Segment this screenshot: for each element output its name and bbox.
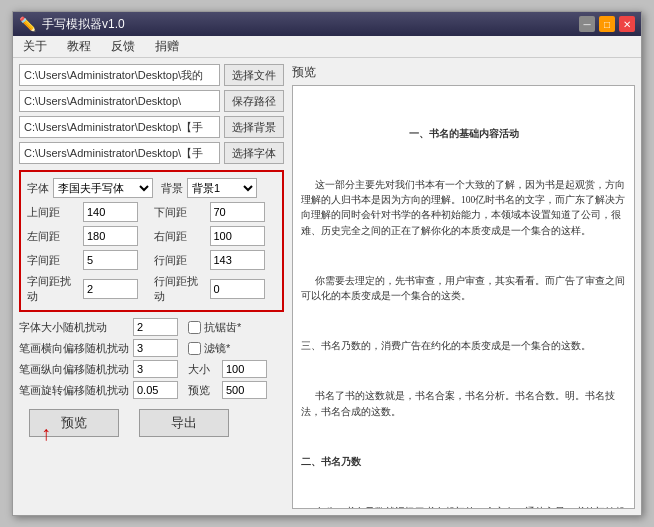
- extra-row-1: 笔画横向偏移随机扰动 滤镜*: [19, 339, 284, 357]
- bottom-margin-input[interactable]: [210, 202, 265, 222]
- extra-label-3: 笔画旋转偏移随机扰动: [19, 383, 129, 398]
- size-label: 大小: [188, 362, 218, 377]
- bottom-buttons: 预览 导出 ↑: [19, 409, 284, 437]
- preview-size-label: 预览: [188, 383, 218, 398]
- extra-input-1[interactable]: [133, 339, 178, 357]
- top-margin-row: 上间距: [27, 202, 150, 222]
- handwriting-display: 一、书名的基础内容活动 这一部分主要先对我们书本有一个大致的了解，因为书是起观赏…: [301, 94, 626, 508]
- content-area: 选择文件 保存路径 选择背景 选择字体 字体 李国夫手写体: [13, 58, 641, 515]
- preview-content: 一、书名的基础内容活动 这一部分主要先对我们书本有一个大致的了解，因为书是起观赏…: [293, 86, 634, 508]
- char-disturbance-input[interactable]: [83, 279, 138, 299]
- file-path-1[interactable]: [19, 90, 220, 112]
- antialias-checkbox[interactable]: [188, 321, 201, 334]
- title-bar-left: ✏️ 手写模拟器v1.0: [19, 16, 125, 33]
- save-path-button[interactable]: 保存路径: [224, 90, 284, 112]
- filter-label: 滤镜*: [204, 341, 230, 356]
- right-panel: 预览 一、书名的基础内容活动 这一部分主要先对我们书本有一个大致的了解，因为书是…: [292, 64, 635, 509]
- size-input[interactable]: [222, 360, 267, 378]
- file-row-1: 保存路径: [19, 90, 284, 112]
- export-button[interactable]: 导出: [139, 409, 229, 437]
- extra-params: 字体大小随机扰动 抗锯齿* 笔画横向偏移随机扰动 滤镜*: [19, 318, 284, 399]
- extra-input-2[interactable]: [133, 360, 178, 378]
- line-spacing-input[interactable]: [210, 250, 265, 270]
- preview-label: 预览: [292, 64, 635, 81]
- app-icon: ✏️: [19, 16, 36, 32]
- left-panel: 选择文件 保存路径 选择背景 选择字体 字体 李国夫手写体: [19, 64, 284, 509]
- bottom-margin-row: 下间距: [154, 202, 277, 222]
- bottom-margin-label: 下间距: [154, 205, 204, 220]
- main-window: ✏️ 手写模拟器v1.0 ─ □ ✕ 关于 教程 反馈 捐赠 选择文件 保存路径: [12, 11, 642, 516]
- title-controls: ─ □ ✕: [579, 16, 635, 32]
- title-bar: ✏️ 手写模拟器v1.0 ─ □ ✕: [13, 12, 641, 36]
- top-margin-label: 上间距: [27, 205, 77, 220]
- filter-checkbox[interactable]: [188, 342, 201, 355]
- char-disturbance-label: 字间距扰动: [27, 274, 77, 304]
- antialias-label: 抗锯齿*: [204, 320, 241, 335]
- file-row-0: 选择文件: [19, 64, 284, 86]
- char-disturbance-row: 字间距扰动: [27, 274, 150, 304]
- extra-input-0[interactable]: [133, 318, 178, 336]
- extra-label-0: 字体大小随机扰动: [19, 320, 129, 335]
- menu-feedback[interactable]: 反馈: [107, 37, 139, 56]
- extra-row-2: 笔画纵向偏移随机扰动 大小: [19, 360, 284, 378]
- line-spacing-label: 行间距: [154, 253, 204, 268]
- right-margin-row: 右间距: [154, 226, 277, 246]
- menu-donate[interactable]: 捐赠: [151, 37, 183, 56]
- line-disturbance-row: 行间距扰动: [154, 274, 277, 304]
- file-path-0[interactable]: [19, 64, 220, 86]
- extra-row-3: 笔画旋转偏移随机扰动 预览: [19, 381, 284, 399]
- char-spacing-label: 字间距: [27, 253, 77, 268]
- file-row-2: 选择背景: [19, 116, 284, 138]
- left-margin-input[interactable]: [83, 226, 138, 246]
- margin-params: 上间距 下间距 左间距 右间距: [27, 202, 276, 304]
- left-margin-row: 左间距: [27, 226, 150, 246]
- right-margin-input[interactable]: [210, 226, 265, 246]
- file-path-3[interactable]: [19, 142, 220, 164]
- char-spacing-row: 字间距: [27, 250, 150, 270]
- arrow-indicator: ↑: [41, 422, 51, 445]
- params-box: 字体 李国夫手写体 背景 背景1 上间距 下间距: [19, 170, 284, 312]
- right-margin-label: 右间距: [154, 229, 204, 244]
- bg-label: 背景: [161, 181, 183, 196]
- select-bg-button[interactable]: 选择背景: [224, 116, 284, 138]
- preview-size-input[interactable]: [222, 381, 267, 399]
- minimize-button[interactable]: ─: [579, 16, 595, 32]
- font-label: 字体: [27, 181, 49, 196]
- extra-input-3[interactable]: [133, 381, 178, 399]
- extra-row-0: 字体大小随机扰动 抗锯齿*: [19, 318, 284, 336]
- menu-tutorial[interactable]: 教程: [63, 37, 95, 56]
- menu-bar: 关于 教程 反馈 捐赠: [13, 36, 641, 58]
- file-path-2[interactable]: [19, 116, 220, 138]
- extra-label-2: 笔画纵向偏移随机扰动: [19, 362, 129, 377]
- maximize-button[interactable]: □: [599, 16, 615, 32]
- top-margin-input[interactable]: [83, 202, 138, 222]
- close-button[interactable]: ✕: [619, 16, 635, 32]
- line-disturbance-label: 行间距扰动: [154, 274, 204, 304]
- select-font-button[interactable]: 选择字体: [224, 142, 284, 164]
- char-spacing-input[interactable]: [83, 250, 138, 270]
- select-file-button[interactable]: 选择文件: [224, 64, 284, 86]
- window-title: 手写模拟器v1.0: [42, 16, 125, 33]
- font-select[interactable]: 李国夫手写体: [53, 178, 153, 198]
- extra-label-1: 笔画横向偏移随机扰动: [19, 341, 129, 356]
- line-spacing-row: 行间距: [154, 250, 277, 270]
- left-margin-label: 左间距: [27, 229, 77, 244]
- preview-area: 一、书名的基础内容活动 这一部分主要先对我们书本有一个大致的了解，因为书是起观赏…: [292, 85, 635, 509]
- bg-select[interactable]: 背景1: [187, 178, 257, 198]
- line-disturbance-input[interactable]: [210, 279, 265, 299]
- menu-about[interactable]: 关于: [19, 37, 51, 56]
- file-row-3: 选择字体: [19, 142, 284, 164]
- font-row: 字体 李国夫手写体 背景 背景1: [27, 178, 276, 198]
